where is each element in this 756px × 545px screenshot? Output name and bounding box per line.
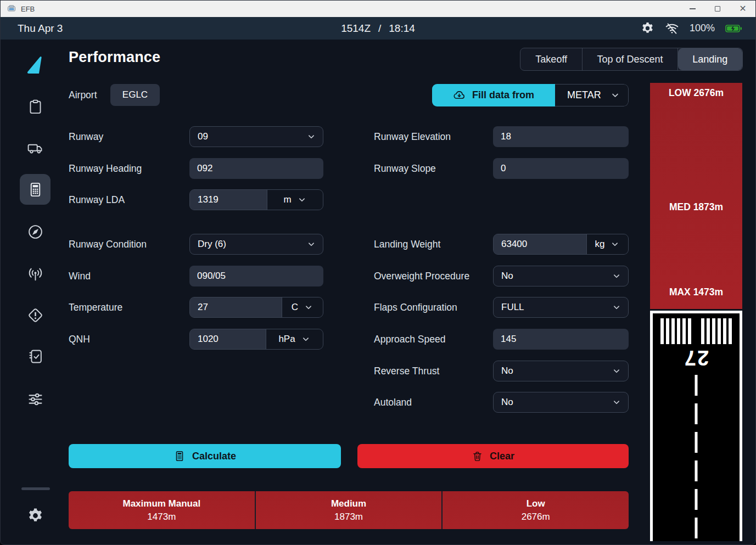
sidebar-item-checklist[interactable] (20, 341, 51, 372)
chevron-down-icon (304, 302, 313, 312)
checklist-icon (27, 348, 44, 365)
local-time: 18:14 (389, 17, 415, 40)
airport-label: Airport (69, 84, 97, 105)
sidebar-divider (21, 487, 50, 490)
fill-data-group: Fill data from METAR (432, 84, 629, 106)
calculator-icon (173, 450, 186, 462)
chevron-down-icon (301, 334, 311, 344)
page-title: Performance (69, 49, 160, 66)
qnh-input[interactable] (190, 329, 266, 349)
autoland-select[interactable]: No (493, 392, 629, 413)
flaps-configuration-select[interactable]: FULL (493, 297, 629, 318)
approach-speed-input[interactable] (493, 329, 629, 350)
temperature-unit-dropdown[interactable]: C (282, 297, 323, 317)
reverse-thrust-label: Reverse Thrust (374, 361, 439, 381)
fill-data-button[interactable]: Fill data from (432, 84, 555, 106)
calculator-icon (27, 181, 44, 198)
wind-input[interactable] (189, 266, 323, 286)
runway-condition-label: Runway Condition (69, 234, 147, 255)
chevron-down-icon (612, 302, 621, 312)
braking-distance-bar: LOW 2676m MED 1873m MAX 1473m (650, 83, 742, 309)
braking-max-label: MAX 1473m (650, 286, 742, 298)
runway-slope-input[interactable] (493, 158, 629, 179)
cloud-download-icon (453, 89, 466, 102)
sidebar-item-fuel[interactable] (20, 132, 51, 163)
runway-lda-input[interactable] (190, 190, 267, 210)
autoland-label: Autoland (374, 392, 412, 413)
result-maximum-manual: Maximum Manual 1473m (69, 491, 255, 529)
temperature-field: C (189, 297, 323, 318)
runway-select[interactable]: 09 (189, 126, 323, 147)
chevron-down-icon (610, 90, 620, 100)
maximize-button[interactable] (705, 1, 730, 17)
runway-lda-unit-dropdown[interactable]: m (267, 190, 323, 210)
overweight-procedure-select[interactable]: No (493, 266, 629, 286)
chevron-down-icon (612, 366, 621, 376)
settings-gear-icon[interactable] (641, 21, 654, 35)
result-low: Low 2676m (441, 491, 629, 529)
results-bar: Maximum Manual 1473m Medium 1873m Low 26… (69, 491, 629, 529)
wind-label: Wind (69, 266, 91, 286)
runway-slope-label: Runway Slope (374, 158, 436, 179)
landing-weight-input[interactable] (494, 234, 586, 254)
clipboard-icon (27, 98, 44, 115)
sliders-icon (27, 391, 44, 408)
status-clock: 1514Z / 18:14 (341, 17, 415, 40)
compass-icon (27, 223, 44, 240)
sidebar-item-logo[interactable] (20, 50, 51, 81)
status-date: Thu Apr 3 (18, 17, 63, 40)
runway-elevation-input[interactable] (493, 126, 629, 147)
chevron-down-icon (306, 132, 316, 142)
calculate-button[interactable]: Calculate (69, 444, 341, 468)
tab-takeoff[interactable]: Takeoff (520, 48, 583, 70)
time-separator: / (378, 17, 381, 40)
runway-lda-label: Runway LDA (69, 189, 125, 210)
clear-button[interactable]: Clear (357, 444, 629, 468)
qnh-label: QNH (69, 329, 90, 350)
qnh-unit-dropdown[interactable]: hPa (266, 329, 323, 349)
sidebar-item-preferences[interactable] (20, 384, 51, 414)
braking-low-label: LOW 2676m (650, 87, 742, 99)
app-window: EFB ✕ Thu Apr 3 1514Z / 18:14 100% (0, 0, 756, 545)
window-title: EFB (21, 5, 35, 13)
fuel-truck-icon (27, 139, 44, 156)
runway-condition-select[interactable]: Dry (6) (189, 234, 323, 255)
braking-med-label: MED 1873m (650, 201, 742, 213)
sidebar-item-flightplan[interactable] (20, 91, 51, 122)
landing-weight-unit-dropdown[interactable]: kg (586, 234, 628, 254)
battery-charging-icon (725, 24, 742, 33)
runway-label: Runway (69, 126, 103, 147)
flaps-configuration-label: Flaps Configuration (374, 297, 457, 318)
maximize-icon (715, 6, 720, 12)
minimize-button[interactable] (680, 1, 705, 17)
chevron-down-icon (612, 397, 621, 407)
chevron-down-icon (612, 271, 621, 281)
sidebar-item-hazards[interactable] (20, 300, 51, 330)
landing-weight-field: kg (493, 234, 629, 255)
airport-code-button[interactable]: EGLC (110, 84, 160, 106)
tab-landing[interactable]: Landing (678, 48, 742, 70)
chevron-down-icon (610, 239, 620, 249)
sidebar-item-performance[interactable] (20, 174, 51, 205)
sidebar-item-radio[interactable] (20, 259, 51, 290)
app-icon (7, 4, 16, 13)
chevron-down-icon (297, 195, 307, 205)
gear-icon (27, 507, 44, 524)
fill-source-dropdown[interactable]: METAR (555, 84, 629, 106)
runway-graphic: 27 (650, 311, 742, 541)
temperature-input[interactable] (190, 297, 282, 317)
minimize-icon (690, 8, 696, 9)
performance-tabs: Takeoff Top of Descent Landing (520, 48, 743, 71)
utc-time: 1514Z (341, 17, 371, 40)
tab-top-of-descent[interactable]: Top of Descent (583, 48, 677, 70)
battery-percent: 100% (690, 23, 715, 34)
chevron-down-icon (306, 239, 316, 249)
runway-heading-input[interactable] (189, 158, 323, 179)
sidebar-item-navigation[interactable] (20, 216, 51, 247)
sidebar-item-settings[interactable] (20, 500, 51, 531)
approach-speed-label: Approach Speed (374, 329, 445, 350)
runway-centerline (695, 375, 698, 541)
reverse-thrust-select[interactable]: No (493, 361, 629, 381)
close-button[interactable]: ✕ (730, 1, 755, 17)
runway-number: 27 (653, 346, 740, 369)
